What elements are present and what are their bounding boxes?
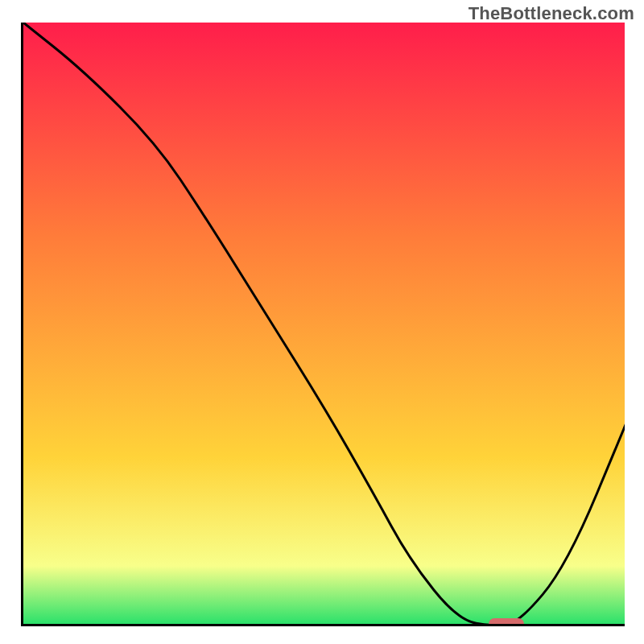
plot-area	[21, 23, 625, 626]
bottleneck-curve	[23, 23, 625, 626]
watermark-text: TheBottleneck.com	[469, 3, 634, 24]
optimal-marker	[489, 618, 524, 626]
chart-frame: TheBottleneck.com	[0, 0, 644, 644]
